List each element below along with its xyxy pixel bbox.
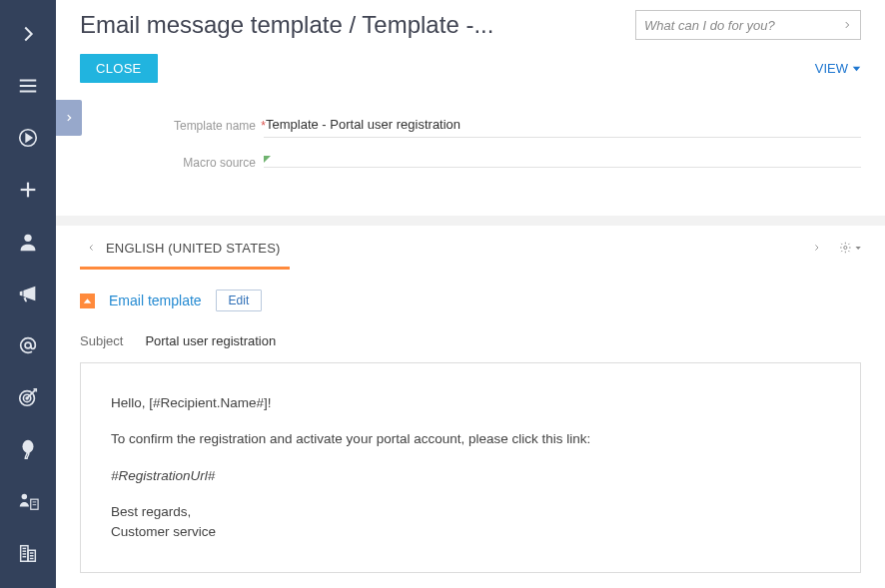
svg-point-8 [25, 342, 31, 348]
header-top: Email message template / Template -... W… [80, 10, 861, 40]
sidebar [0, 0, 56, 588]
svg-point-28 [844, 246, 847, 249]
close-button[interactable]: CLOSE [80, 54, 158, 83]
at-icon[interactable] [0, 319, 56, 371]
gear-icon [839, 240, 852, 256]
building-icon[interactable] [0, 527, 56, 579]
svg-marker-30 [84, 298, 92, 303]
macro-source-field[interactable] [264, 158, 861, 168]
subject-value: Portal user registration [145, 333, 276, 348]
template-name-row: Template name* Template - Portal user re… [80, 113, 861, 138]
view-label: VIEW [815, 61, 848, 76]
svg-marker-4 [26, 134, 32, 141]
target-icon[interactable] [0, 371, 56, 423]
section-title[interactable]: Email template [109, 293, 202, 308]
language-bar: ENGLISH (UNITED STATES) [80, 226, 861, 270]
view-dropdown[interactable]: VIEW [815, 61, 861, 76]
required-marker: * [261, 119, 266, 133]
lang-bar-right [805, 237, 861, 259]
plus-icon[interactable] [0, 164, 56, 216]
caret-up-icon [83, 297, 92, 304]
balloon-icon[interactable] [0, 423, 56, 475]
svg-point-14 [22, 494, 27, 500]
app-root: Email message template / Template -... W… [0, 0, 885, 588]
gear-button[interactable] [839, 237, 861, 259]
svg-point-7 [24, 235, 31, 242]
subject-row: Subject Portal user registration [80, 333, 861, 348]
menu-icon[interactable] [0, 60, 56, 112]
template-name-label: Template name* [160, 119, 264, 133]
page-title: Email message template / Template -... [80, 11, 493, 39]
template-name-field[interactable]: Template - Portal user registration [264, 113, 861, 138]
header-card: Email message template / Template -... W… [56, 0, 885, 216]
detail-card: ENGLISH (UNITED STATES) Email template [56, 226, 885, 588]
lang-prev-button[interactable] [80, 237, 102, 259]
caret-down-icon [855, 246, 861, 251]
chevron-right-icon [842, 18, 852, 32]
collapse-handle[interactable] [56, 100, 82, 136]
sidebar-expand-icon[interactable] [0, 8, 56, 60]
play-circle-icon[interactable] [0, 112, 56, 164]
body-line-signoff1: Best regards, [111, 502, 830, 522]
svg-marker-29 [855, 246, 860, 249]
svg-point-13 [23, 440, 34, 453]
email-body-preview: Hello, [#Recipient.Name#]! To confirm th… [80, 362, 861, 573]
body-line-signoff2: Customer service [111, 522, 830, 542]
main-area: Email message template / Template -... W… [56, 0, 885, 588]
section-collapse-toggle[interactable] [80, 294, 95, 308]
form-block: Template name* Template - Portal user re… [80, 113, 861, 170]
search-placeholder: What can I do for you? [644, 18, 842, 33]
edit-button[interactable]: Edit [216, 290, 263, 311]
svg-rect-15 [31, 499, 38, 509]
megaphone-icon[interactable] [0, 268, 56, 319]
active-tab-underline [80, 267, 290, 270]
header-actions: CLOSE VIEW [80, 54, 861, 83]
orgchart-icon[interactable] [0, 475, 56, 527]
language-label[interactable]: ENGLISH (UNITED STATES) [106, 241, 281, 256]
macro-source-row: Macro source [80, 156, 861, 170]
macro-source-label: Macro source [160, 156, 264, 170]
body-line-greeting: Hello, [#Recipient.Name#]! [111, 393, 830, 413]
svg-marker-27 [853, 66, 861, 71]
lang-next-button[interactable] [805, 237, 827, 259]
user-icon[interactable] [0, 216, 56, 268]
section-header: Email template Edit [80, 290, 861, 311]
body-line-url: #RegistrationUrl# [111, 466, 830, 486]
body-line-instruction: To confirm the registration and activate… [111, 429, 830, 449]
subject-label: Subject [80, 333, 123, 348]
search-input[interactable]: What can I do for you? [635, 10, 861, 40]
caret-down-icon [852, 66, 861, 72]
